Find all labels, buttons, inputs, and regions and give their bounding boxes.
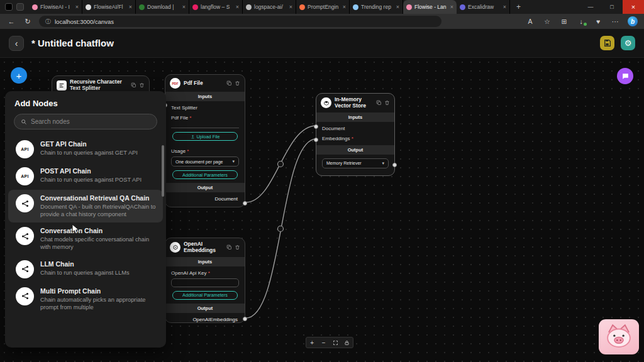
tab-close-icon[interactable]: × <box>343 4 346 10</box>
window-close-button[interactable]: × <box>623 0 644 14</box>
inputs-section-label: Inputs <box>165 92 245 101</box>
browser-tab[interactable]: Trending rep × <box>350 0 403 14</box>
lock-icon <box>344 340 350 346</box>
tab-close-icon[interactable]: × <box>182 4 186 10</box>
browser-tab[interactable]: FlowiseAI/Fl × <box>82 0 136 14</box>
inputs-section-label: Inputs <box>165 257 245 266</box>
upload-file-button[interactable]: Upload File <box>172 132 238 141</box>
window-minimize-button[interactable]: — <box>580 0 601 14</box>
browser-tab[interactable]: langflow – S × <box>189 0 243 14</box>
tab-close-icon[interactable]: × <box>129 4 132 10</box>
node-pdf-file[interactable]: PDF Pdf File Inputs Text Splitter Pdf Fi… <box>165 74 245 207</box>
tab-close-icon[interactable]: × <box>236 4 239 10</box>
delete-node-icon[interactable] <box>139 82 145 88</box>
duplicate-node-icon[interactable] <box>226 244 232 250</box>
panel-scrollbar[interactable] <box>162 145 164 197</box>
tab-favicon <box>86 4 91 10</box>
input-handle-document[interactable] <box>314 124 318 129</box>
chat-fab[interactable] <box>617 68 633 84</box>
window-maximize-button[interactable]: □ <box>601 0 623 14</box>
delete-node-icon[interactable] <box>384 100 390 106</box>
workspace-icon[interactable] <box>5 3 13 11</box>
api-icon: API <box>16 140 34 158</box>
browser-tab[interactable]: logspace-ai/ × <box>243 0 296 14</box>
api-key-field[interactable] <box>171 278 239 287</box>
settings-button[interactable]: ⚙ <box>621 36 635 50</box>
window-controls: — □ × <box>580 0 644 14</box>
duplicate-node-icon[interactable] <box>376 100 382 106</box>
node-list-item-get-api-chain[interactable]: API GET API Chain Chain to run queries a… <box>8 136 163 163</box>
new-tab-button[interactable]: + <box>510 0 527 14</box>
node-list-item-conversational-retrieval-qa-chain[interactable]: Conversational Retrieval QA Chain Docume… <box>8 190 163 222</box>
browser-tab[interactable]: Excalidraw × <box>457 0 510 14</box>
search-nodes-input[interactable] <box>31 118 150 125</box>
search-icon <box>21 119 27 125</box>
output-handle-openai-embeddings[interactable] <box>243 317 247 321</box>
chat-bubble-icon <box>621 72 630 80</box>
node-list-item-multi-prompt-chain[interactable]: Multi Prompt Chain Chain automatically p… <box>8 283 163 315</box>
pinned-icons <box>0 0 29 14</box>
tab-close-icon[interactable]: × <box>289 4 292 10</box>
add-nodes-panel: Add Nodes API GET API Chain Chain to run… <box>5 91 166 348</box>
settings-more-icon[interactable]: ⋯ <box>611 18 619 25</box>
site-info-icon[interactable]: ⓘ <box>45 18 51 26</box>
additional-parameters-button[interactable]: Additional Parameters <box>172 291 238 300</box>
delete-node-icon[interactable] <box>235 244 240 250</box>
tab-close-icon[interactable]: × <box>396 4 399 10</box>
delete-node-icon[interactable] <box>235 80 240 86</box>
browser-tab[interactable]: PromptEngin × <box>296 0 350 14</box>
output-handle-document[interactable] <box>243 201 247 206</box>
read-aloud-icon[interactable]: A <box>526 18 535 25</box>
url-field[interactable]: ⓘ localhost:3000/canvas <box>39 16 441 27</box>
tab-close-icon[interactable]: × <box>503 4 506 10</box>
duplicate-node-icon[interactable] <box>131 82 136 88</box>
back-button[interactable]: ‹ <box>9 36 24 51</box>
pdf-icon: PDF <box>170 78 180 89</box>
browser-tab[interactable]: Download | × <box>136 0 189 14</box>
browser-tab[interactable]: FlowiseAI - I × <box>29 0 82 14</box>
save-chatflow-button[interactable] <box>600 36 614 50</box>
input-pdf-file-label: Pdf File * <box>165 111 245 121</box>
fit-view-button[interactable] <box>330 337 341 348</box>
flow-canvas[interactable]: Recursive Character Text Splitter PDF Pd… <box>0 58 644 362</box>
zoom-out-button[interactable]: − <box>318 337 330 348</box>
output-handle-retriever[interactable] <box>392 163 397 167</box>
tab-close-icon[interactable]: × <box>450 4 453 10</box>
url-text: localhost:3000/canvas <box>55 18 114 25</box>
node-in-memory-vector-store[interactable]: In-Memory Vector Store Inputs Document E… <box>316 93 395 176</box>
node-list-item-llm-chain[interactable]: LLM Chain Chain to run queries against L… <box>8 256 163 283</box>
node-list-item-post-api-chain[interactable]: API POST API Chain Chain to run queries … <box>8 163 163 190</box>
additional-parameters-button[interactable]: Additional Parameters <box>172 170 238 179</box>
edge-midpoint-button[interactable] <box>278 162 284 167</box>
file-field[interactable] <box>171 123 239 128</box>
tab-actions-icon[interactable] <box>16 3 24 11</box>
browser-toolbar-icons: A ☆ ⊞ ↓ ♥ ⋯ b <box>526 16 638 26</box>
plus-icon: + <box>16 70 22 81</box>
vector-output-select[interactable]: Memory Retriever ▾ <box>322 158 389 168</box>
back-icon[interactable]: ← <box>6 18 16 25</box>
node-list-item-conversation-chain[interactable]: Conversation Chain Chat models specific … <box>8 222 163 255</box>
add-node-fab[interactable]: + <box>11 67 27 84</box>
input-handle-embeddings[interactable] <box>314 138 318 142</box>
output-section-label: Output <box>316 145 394 155</box>
canvas-controls: + − <box>306 337 353 348</box>
output-embeddings-label: OpenAIEmbeddings <box>165 313 245 327</box>
browser-essentials-icon[interactable]: ♥ <box>594 18 602 25</box>
usage-select[interactable]: One document per page ▾ <box>171 156 239 167</box>
favorites-icon[interactable]: ☆ <box>543 18 552 25</box>
edge-midpoint-button[interactable] <box>278 226 284 232</box>
flowise-pig-logo <box>599 319 639 354</box>
openai-icon <box>170 242 180 253</box>
browser-tab-active[interactable]: Flowise - Lan × <box>403 0 457 14</box>
copilot-icon[interactable]: b <box>628 16 638 26</box>
flowise-header: ‹ * Untitled chatflow ⚙ <box>0 29 644 58</box>
node-openai-embeddings[interactable]: OpenAI Embeddings Inputs OpenAI Api Key … <box>165 238 245 323</box>
lock-canvas-button[interactable] <box>341 337 353 348</box>
collections-icon[interactable]: ⊞ <box>560 18 569 25</box>
search-nodes-box[interactable] <box>14 114 157 129</box>
refresh-icon[interactable]: ↻ <box>23 18 33 26</box>
downloads-icon[interactable]: ↓ <box>577 18 586 25</box>
duplicate-node-icon[interactable] <box>226 80 232 86</box>
zoom-in-button[interactable]: + <box>306 337 318 348</box>
tab-close-icon[interactable]: × <box>75 4 79 10</box>
